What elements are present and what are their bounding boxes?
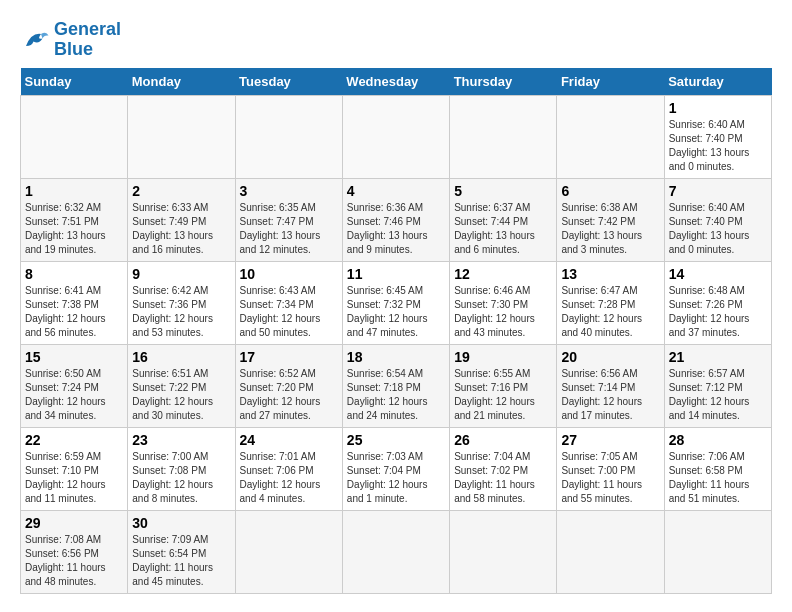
day-info: Sunrise: 6:55 AM Sunset: 7:16 PM Dayligh… [454, 367, 552, 423]
day-info: Sunrise: 6:37 AM Sunset: 7:44 PM Dayligh… [454, 201, 552, 257]
day-number: 5 [454, 183, 552, 199]
day-info: Sunrise: 7:04 AM Sunset: 7:02 PM Dayligh… [454, 450, 552, 506]
day-number: 24 [240, 432, 338, 448]
daylight-label: Daylight: 12 hours and 47 minutes. [347, 313, 428, 338]
day-number: 10 [240, 266, 338, 282]
day-info: Sunrise: 6:52 AM Sunset: 7:20 PM Dayligh… [240, 367, 338, 423]
day-info: Sunrise: 6:42 AM Sunset: 7:36 PM Dayligh… [132, 284, 230, 340]
calendar-day-cell: 24 Sunrise: 7:01 AM Sunset: 7:06 PM Dayl… [235, 427, 342, 510]
calendar-day-cell: 1 Sunrise: 6:40 AM Sunset: 7:40 PM Dayli… [664, 95, 771, 178]
daylight-label: Daylight: 13 hours and 16 minutes. [132, 230, 213, 255]
calendar-day-cell [557, 95, 664, 178]
calendar-header: SundayMondayTuesdayWednesdayThursdayFrid… [21, 68, 772, 96]
sunset-label: Sunset: 7:08 PM [132, 465, 206, 476]
day-number: 14 [669, 266, 767, 282]
calendar-day-cell: 23 Sunrise: 7:00 AM Sunset: 7:08 PM Dayl… [128, 427, 235, 510]
sunrise-label: Sunrise: 6:52 AM [240, 368, 316, 379]
logo-icon [20, 25, 50, 55]
day-info: Sunrise: 6:35 AM Sunset: 7:47 PM Dayligh… [240, 201, 338, 257]
sunset-label: Sunset: 7:14 PM [561, 382, 635, 393]
sunset-label: Sunset: 7:32 PM [347, 299, 421, 310]
day-info: Sunrise: 6:32 AM Sunset: 7:51 PM Dayligh… [25, 201, 123, 257]
calendar-day-cell: 26 Sunrise: 7:04 AM Sunset: 7:02 PM Dayl… [450, 427, 557, 510]
day-info: Sunrise: 6:33 AM Sunset: 7:49 PM Dayligh… [132, 201, 230, 257]
calendar-day-cell: 13 Sunrise: 6:47 AM Sunset: 7:28 PM Dayl… [557, 261, 664, 344]
calendar-day-cell: 7 Sunrise: 6:40 AM Sunset: 7:40 PM Dayli… [664, 178, 771, 261]
calendar-day-cell [128, 95, 235, 178]
daylight-label: Daylight: 11 hours and 51 minutes. [669, 479, 750, 504]
daylight-label: Daylight: 13 hours and 6 minutes. [454, 230, 535, 255]
sunrise-label: Sunrise: 6:42 AM [132, 285, 208, 296]
daylight-label: Daylight: 13 hours and 3 minutes. [561, 230, 642, 255]
sunrise-label: Sunrise: 7:01 AM [240, 451, 316, 462]
calendar-week-row: 1 Sunrise: 6:32 AM Sunset: 7:51 PM Dayli… [21, 178, 772, 261]
sunset-label: Sunset: 7:18 PM [347, 382, 421, 393]
sunrise-label: Sunrise: 7:03 AM [347, 451, 423, 462]
sunset-label: Sunset: 7:34 PM [240, 299, 314, 310]
sunset-label: Sunset: 7:04 PM [347, 465, 421, 476]
sunset-label: Sunset: 7:51 PM [25, 216, 99, 227]
sunrise-label: Sunrise: 6:43 AM [240, 285, 316, 296]
day-number: 1 [669, 100, 767, 116]
daylight-label: Daylight: 12 hours and 21 minutes. [454, 396, 535, 421]
daylight-label: Daylight: 13 hours and 0 minutes. [669, 147, 750, 172]
sunset-label: Sunset: 7:47 PM [240, 216, 314, 227]
day-number: 12 [454, 266, 552, 282]
day-info: Sunrise: 6:46 AM Sunset: 7:30 PM Dayligh… [454, 284, 552, 340]
sunset-label: Sunset: 6:54 PM [132, 548, 206, 559]
day-info: Sunrise: 6:50 AM Sunset: 7:24 PM Dayligh… [25, 367, 123, 423]
daylight-label: Daylight: 12 hours and 53 minutes. [132, 313, 213, 338]
sunrise-label: Sunrise: 7:09 AM [132, 534, 208, 545]
day-info: Sunrise: 7:03 AM Sunset: 7:04 PM Dayligh… [347, 450, 445, 506]
calendar-day-cell: 18 Sunrise: 6:54 AM Sunset: 7:18 PM Dayl… [342, 344, 449, 427]
calendar-day-cell: 1 Sunrise: 6:32 AM Sunset: 7:51 PM Dayli… [21, 178, 128, 261]
daylight-label: Daylight: 12 hours and 11 minutes. [25, 479, 106, 504]
sunset-label: Sunset: 7:40 PM [669, 133, 743, 144]
sunrise-label: Sunrise: 7:08 AM [25, 534, 101, 545]
day-number: 18 [347, 349, 445, 365]
sunrise-label: Sunrise: 6:50 AM [25, 368, 101, 379]
calendar-table: SundayMondayTuesdayWednesdayThursdayFrid… [20, 68, 772, 594]
calendar-day-cell: 14 Sunrise: 6:48 AM Sunset: 7:26 PM Dayl… [664, 261, 771, 344]
daylight-label: Daylight: 12 hours and 24 minutes. [347, 396, 428, 421]
day-info: Sunrise: 6:51 AM Sunset: 7:22 PM Dayligh… [132, 367, 230, 423]
day-info: Sunrise: 6:43 AM Sunset: 7:34 PM Dayligh… [240, 284, 338, 340]
day-number: 26 [454, 432, 552, 448]
calendar-day-cell: 22 Sunrise: 6:59 AM Sunset: 7:10 PM Dayl… [21, 427, 128, 510]
day-info: Sunrise: 6:40 AM Sunset: 7:40 PM Dayligh… [669, 201, 767, 257]
sunset-label: Sunset: 7:00 PM [561, 465, 635, 476]
sunrise-label: Sunrise: 7:05 AM [561, 451, 637, 462]
calendar-day-cell: 30 Sunrise: 7:09 AM Sunset: 6:54 PM Dayl… [128, 510, 235, 593]
calendar-day-cell: 28 Sunrise: 7:06 AM Sunset: 6:58 PM Dayl… [664, 427, 771, 510]
sunset-label: Sunset: 7:16 PM [454, 382, 528, 393]
day-info: Sunrise: 6:47 AM Sunset: 7:28 PM Dayligh… [561, 284, 659, 340]
sunrise-label: Sunrise: 6:48 AM [669, 285, 745, 296]
sunset-label: Sunset: 7:42 PM [561, 216, 635, 227]
sunset-label: Sunset: 7:26 PM [669, 299, 743, 310]
day-info: Sunrise: 6:57 AM Sunset: 7:12 PM Dayligh… [669, 367, 767, 423]
calendar-day-cell: 25 Sunrise: 7:03 AM Sunset: 7:04 PM Dayl… [342, 427, 449, 510]
sunrise-label: Sunrise: 6:51 AM [132, 368, 208, 379]
day-info: Sunrise: 6:45 AM Sunset: 7:32 PM Dayligh… [347, 284, 445, 340]
sunset-label: Sunset: 7:36 PM [132, 299, 206, 310]
sunset-label: Sunset: 7:10 PM [25, 465, 99, 476]
calendar-day-cell [235, 95, 342, 178]
sunset-label: Sunset: 7:46 PM [347, 216, 421, 227]
sunrise-label: Sunrise: 6:45 AM [347, 285, 423, 296]
daylight-label: Daylight: 11 hours and 58 minutes. [454, 479, 535, 504]
calendar-day-cell [342, 95, 449, 178]
daylight-label: Daylight: 11 hours and 48 minutes. [25, 562, 106, 587]
day-info: Sunrise: 6:38 AM Sunset: 7:42 PM Dayligh… [561, 201, 659, 257]
day-info: Sunrise: 6:48 AM Sunset: 7:26 PM Dayligh… [669, 284, 767, 340]
day-number: 25 [347, 432, 445, 448]
calendar-day-cell [342, 510, 449, 593]
calendar-day-cell: 4 Sunrise: 6:36 AM Sunset: 7:46 PM Dayli… [342, 178, 449, 261]
day-info: Sunrise: 7:06 AM Sunset: 6:58 PM Dayligh… [669, 450, 767, 506]
sunset-label: Sunset: 7:30 PM [454, 299, 528, 310]
day-number: 21 [669, 349, 767, 365]
day-number: 9 [132, 266, 230, 282]
calendar-week-row: 15 Sunrise: 6:50 AM Sunset: 7:24 PM Dayl… [21, 344, 772, 427]
sunset-label: Sunset: 7:49 PM [132, 216, 206, 227]
day-info: Sunrise: 6:59 AM Sunset: 7:10 PM Dayligh… [25, 450, 123, 506]
sunset-label: Sunset: 7:22 PM [132, 382, 206, 393]
